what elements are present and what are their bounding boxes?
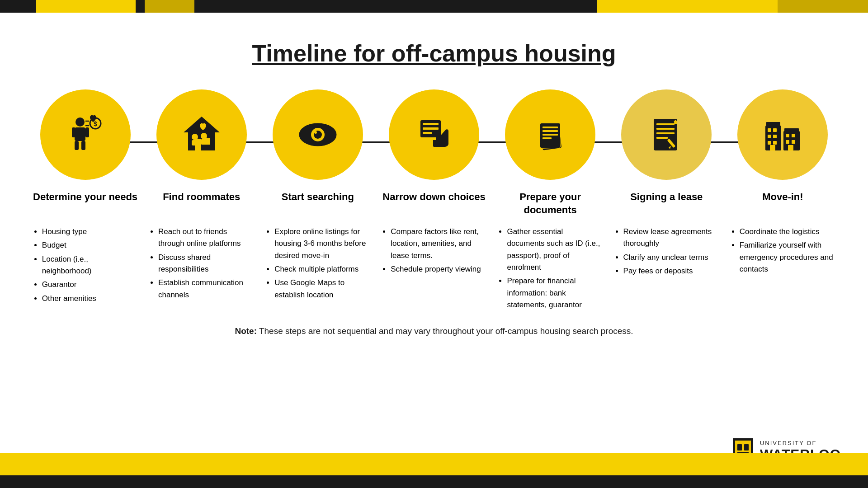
step-6-bullets: Review lease agreements thoroughly Clari… — [614, 226, 719, 279]
step-6-title: Signing a lease — [630, 191, 703, 218]
list-item: Familiarize yourself with emergency proc… — [740, 239, 835, 275]
top-bar — [0, 0, 868, 13]
step-5-title: Prepare your documents — [492, 191, 609, 218]
svg-rect-49 — [773, 141, 777, 145]
step-signing-lease: Signing a lease Review lease agreements … — [609, 89, 725, 279]
svg-rect-33 — [542, 137, 552, 139]
svg-rect-16 — [201, 139, 207, 145]
step-find-roommates: Find roommates Reach out to friends thro… — [143, 89, 259, 303]
step-4-bullets: Compare factors like rent, location, ame… — [382, 226, 486, 277]
determine-needs-svg: $ — [63, 112, 108, 157]
note-section: Note: These steps are not sequential and… — [0, 326, 868, 336]
note-label: Note: — [235, 326, 257, 336]
list-item: Use Google Maps to establish location — [274, 277, 370, 301]
list-item: Schedule property viewing — [391, 263, 486, 275]
list-item: Location (i.e., neighborhood) — [42, 253, 137, 277]
list-item: Discuss shared responsibilities — [158, 252, 254, 276]
list-item: Other amenities — [42, 293, 137, 305]
list-item: Coordinate the logistics — [740, 226, 835, 238]
note-text: These steps are not sequential and may v… — [259, 326, 633, 336]
step-5-bullets: Gather essential documents such as ID (i… — [498, 226, 602, 313]
svg-rect-45 — [773, 128, 777, 132]
svg-rect-2 — [72, 127, 75, 137]
svg-point-0 — [75, 117, 85, 127]
svg-rect-51 — [786, 134, 789, 137]
svg-rect-37 — [656, 132, 675, 134]
svg-point-13 — [192, 134, 198, 140]
step-3-bullets: Explore online listings for housing 3-6 … — [265, 226, 370, 303]
prepare-documents-svg — [528, 112, 573, 157]
svg-rect-56 — [766, 122, 780, 127]
step-prepare-documents: Prepare your documents Gather essential … — [492, 89, 609, 313]
svg-marker-10 — [184, 117, 220, 150]
svg-rect-57 — [784, 128, 799, 132]
svg-rect-4 — [75, 141, 79, 150]
list-item: Check multiple platforms — [274, 263, 370, 275]
list-item: Establish communication channels — [158, 277, 254, 301]
svg-rect-35 — [656, 123, 675, 125]
svg-rect-44 — [768, 128, 771, 132]
start-searching-svg — [295, 112, 340, 157]
step-7-bullets: Coordinate the logistics Familiarize you… — [731, 226, 835, 277]
svg-rect-52 — [792, 134, 795, 137]
top-bar-stripe-2 — [778, 0, 868, 13]
svg-rect-24 — [423, 127, 439, 130]
svg-rect-46 — [768, 135, 771, 138]
svg-rect-23 — [423, 123, 439, 125]
list-item: Compare factors like rent, location, ame… — [391, 226, 486, 262]
svg-rect-48 — [768, 141, 771, 145]
top-bar-yellow-1 — [36, 0, 136, 13]
step-4-icon — [389, 89, 479, 180]
svg-rect-36 — [656, 128, 675, 130]
list-item: Review lease agreements thoroughly — [623, 226, 719, 250]
top-bar-right — [597, 0, 868, 13]
bottom-yellow-bar — [0, 453, 868, 475]
step-4-title: Narrow down choices — [382, 191, 485, 218]
list-item: Gather essential documents such as ID (i… — [507, 226, 602, 273]
university-of-label: UNIVERSITY OF — [760, 440, 841, 446]
bottom-bar — [0, 475, 868, 488]
svg-rect-47 — [773, 135, 777, 138]
step-2-icon — [156, 89, 247, 180]
page-title-section: Timeline for off-campus housing — [0, 13, 868, 80]
list-item: Budget — [42, 239, 137, 251]
move-in-svg — [760, 112, 805, 157]
step-3-icon — [273, 89, 363, 180]
list-item: Reach out to friends through online plat… — [158, 226, 254, 250]
list-item: Clarify any unclear terms — [623, 252, 719, 263]
svg-rect-59 — [744, 444, 749, 450]
svg-rect-38 — [656, 137, 668, 139]
svg-rect-15 — [192, 140, 198, 145]
svg-rect-3 — [85, 127, 89, 137]
top-bar-stripe-1 — [597, 0, 778, 13]
list-item: Pay fees or deposits — [623, 265, 719, 277]
svg-rect-25 — [423, 132, 432, 134]
step-move-in: Move-in! Coordinate the logistics Famili… — [725, 89, 841, 277]
step-7-title: Move-in! — [762, 191, 803, 218]
list-item: Guarantor — [42, 279, 137, 291]
timeline-container: $ Determine your needs Housing type Budg… — [0, 89, 868, 313]
signing-lease-svg — [644, 112, 689, 157]
narrow-down-svg — [411, 112, 457, 157]
top-bar-yellow-2 — [145, 0, 194, 13]
step-3-title: Start searching — [282, 191, 354, 218]
list-item: Housing type — [42, 226, 137, 238]
svg-rect-31 — [542, 130, 558, 132]
svg-rect-32 — [542, 134, 558, 136]
step-1-icon: $ — [40, 89, 131, 180]
step-determine-needs: $ Determine your needs Housing type Budg… — [27, 89, 143, 306]
svg-rect-26 — [433, 140, 436, 147]
svg-rect-55 — [788, 145, 793, 150]
svg-point-14 — [201, 133, 207, 139]
step-5-icon — [505, 89, 595, 180]
list-item: Prepare for financial information: bank … — [507, 275, 602, 311]
svg-rect-30 — [542, 127, 558, 128]
svg-text:$: $ — [94, 120, 97, 127]
page-title: Timeline for off-campus housing — [0, 40, 868, 67]
svg-rect-5 — [81, 141, 85, 150]
find-roommates-svg — [179, 112, 224, 157]
svg-rect-58 — [737, 444, 742, 450]
svg-rect-50 — [770, 145, 775, 150]
step-2-bullets: Reach out to friends through online plat… — [149, 226, 254, 303]
svg-point-21 — [314, 131, 317, 134]
